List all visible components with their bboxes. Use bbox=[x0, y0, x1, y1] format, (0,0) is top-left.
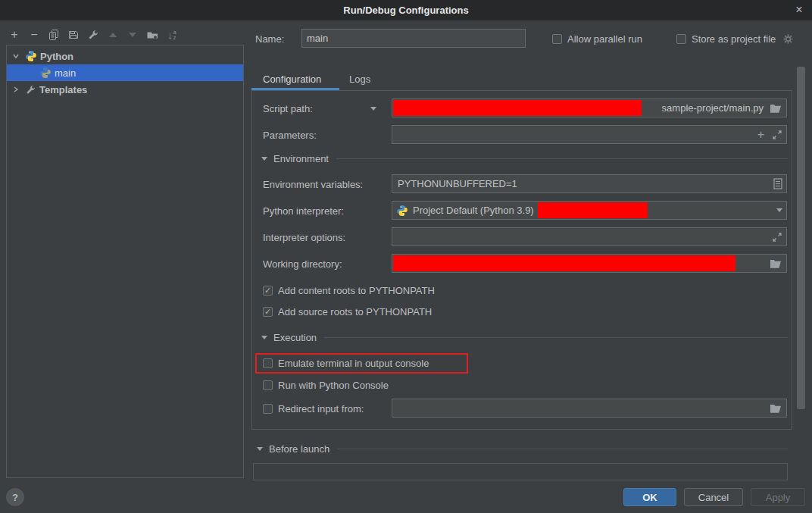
tree-item-main[interactable]: main bbox=[7, 64, 243, 81]
create-folder-button[interactable] bbox=[145, 28, 159, 42]
add-content-roots-label: Add content roots to PYTHONPATH bbox=[278, 285, 435, 296]
name-input[interactable] bbox=[301, 29, 526, 48]
help-icon: ? bbox=[12, 492, 18, 503]
store-as-project-file-label: Store as project file bbox=[692, 33, 776, 45]
script-path-value: sample-project/main.py bbox=[662, 102, 770, 114]
environment-variables-field[interactable]: PYTHONUNBUFFERED=1 bbox=[392, 174, 787, 193]
gear-icon[interactable] bbox=[782, 33, 794, 45]
add-configuration-button[interactable]: + bbox=[8, 28, 21, 42]
store-as-project-file-row: Store as project file bbox=[676, 32, 794, 45]
emulate-terminal-checkbox[interactable] bbox=[263, 358, 273, 368]
add-source-roots-label: Add source roots to PYTHONPATH bbox=[278, 306, 432, 317]
python-icon bbox=[25, 50, 37, 62]
add-content-roots-checkbox[interactable]: ✓ bbox=[263, 286, 273, 296]
run-python-console-row: Run with Python Console bbox=[263, 378, 389, 392]
python-icon bbox=[39, 67, 52, 79]
folder-icon[interactable] bbox=[770, 403, 782, 414]
check-icon: ✓ bbox=[264, 308, 271, 316]
move-down-button[interactable] bbox=[126, 28, 139, 42]
section-divider bbox=[324, 337, 788, 338]
working-directory-label: Working directory: bbox=[263, 258, 342, 270]
allow-parallel-run-row: Allow parallel run bbox=[552, 32, 642, 45]
redaction-block bbox=[393, 100, 642, 116]
tree-item-label: main bbox=[55, 67, 76, 79]
before-launch-section-header[interactable]: Before launch bbox=[257, 443, 788, 455]
add-icon[interactable]: + bbox=[757, 128, 764, 142]
redirect-input-checkbox[interactable] bbox=[263, 404, 273, 414]
tree-item-label: Python bbox=[40, 51, 73, 62]
close-icon[interactable]: × bbox=[791, 2, 807, 17]
wrench-icon bbox=[25, 84, 36, 95]
tree-item-label: Templates bbox=[39, 84, 87, 95]
chevron-down-icon[interactable] bbox=[11, 52, 20, 61]
redirect-input-label: Redirect input from: bbox=[278, 403, 364, 414]
new-folder-icon bbox=[146, 29, 159, 41]
name-label: Name: bbox=[255, 33, 284, 45]
before-launch-list[interactable] bbox=[253, 463, 788, 480]
save-icon bbox=[67, 29, 80, 41]
wrench-icon bbox=[87, 29, 99, 41]
interpreter-options-field[interactable] bbox=[392, 227, 787, 246]
emulate-terminal-label: Emulate terminal in output console bbox=[278, 358, 429, 369]
save-configuration-button[interactable] bbox=[67, 28, 80, 42]
copy-configuration-button[interactable] bbox=[47, 28, 61, 42]
run-python-console-checkbox[interactable] bbox=[263, 380, 273, 390]
environment-variables-label: Environment variables: bbox=[263, 179, 363, 190]
chevron-right-icon[interactable] bbox=[11, 85, 20, 94]
add-content-roots-row: ✓ Add content roots to PYTHONPATH bbox=[263, 283, 435, 297]
execution-section-header[interactable]: Execution bbox=[261, 331, 788, 343]
configurations-tree: Python main Templates bbox=[6, 45, 244, 478]
collapse-triangle-icon bbox=[257, 447, 263, 451]
env-list-icon[interactable] bbox=[773, 178, 782, 189]
folder-icon[interactable] bbox=[770, 258, 782, 269]
environment-section-label: Environment bbox=[273, 153, 329, 164]
script-path-field[interactable]: sample-project/main.py bbox=[392, 99, 787, 117]
apply-button[interactable]: Apply bbox=[751, 488, 805, 506]
redaction-block bbox=[538, 202, 648, 218]
emulate-terminal-row: Emulate terminal in output console bbox=[263, 356, 429, 370]
tab-configuration[interactable]: Configuration bbox=[263, 74, 321, 85]
folder-icon[interactable] bbox=[770, 103, 782, 114]
tab-logs[interactable]: Logs bbox=[349, 74, 370, 85]
chevron-down-icon[interactable] bbox=[776, 208, 782, 212]
arrow-down-icon bbox=[129, 33, 136, 37]
tree-item-templates[interactable]: Templates bbox=[7, 81, 243, 98]
working-directory-field[interactable] bbox=[392, 254, 787, 273]
section-divider bbox=[336, 158, 788, 159]
edit-templates-button[interactable] bbox=[86, 28, 100, 42]
remove-configuration-button[interactable]: − bbox=[27, 28, 41, 42]
sort-configurations-button[interactable]: ↓ az bbox=[165, 28, 179, 42]
add-source-roots-row: ✓ Add source roots to PYTHONPATH bbox=[263, 305, 432, 318]
store-as-project-file-checkbox[interactable] bbox=[676, 34, 686, 44]
help-button[interactable]: ? bbox=[6, 488, 24, 506]
environment-variables-value: PYTHONUNBUFFERED=1 bbox=[396, 178, 517, 189]
dialog-titlebar: Run/Debug Configurations × bbox=[0, 0, 812, 20]
collapse-triangle-icon bbox=[261, 336, 267, 339]
parameters-field[interactable]: + bbox=[392, 125, 787, 144]
vertical-scrollbar[interactable] bbox=[797, 67, 805, 409]
copy-icon bbox=[48, 29, 60, 41]
python-interpreter-label: Python interpreter: bbox=[263, 205, 344, 217]
allow-parallel-run-checkbox[interactable] bbox=[552, 34, 562, 44]
collapse-triangle-icon bbox=[261, 157, 267, 161]
interpreter-options-label: Interpreter options: bbox=[263, 232, 345, 243]
environment-section-header[interactable]: Environment bbox=[261, 152, 788, 164]
dialog-title: Run/Debug Configurations bbox=[343, 5, 468, 16]
tree-item-python[interactable]: Python bbox=[7, 48, 243, 64]
script-path-dropdown-icon[interactable] bbox=[370, 107, 376, 111]
sort-arrow-icon: ↓ bbox=[167, 30, 173, 40]
before-launch-label: Before launch bbox=[269, 443, 329, 455]
expand-icon[interactable] bbox=[772, 232, 782, 242]
add-source-roots-checkbox[interactable]: ✓ bbox=[263, 307, 273, 317]
configurations-toolbar: + − bbox=[8, 27, 179, 42]
move-up-button[interactable] bbox=[106, 28, 120, 42]
expand-icon[interactable] bbox=[772, 130, 782, 140]
allow-parallel-run-label: Allow parallel run bbox=[567, 33, 642, 45]
cancel-button[interactable]: Cancel bbox=[684, 488, 743, 506]
redirect-input-field[interactable] bbox=[392, 399, 787, 418]
python-interpreter-select[interactable]: Project Default (Python 3.9) bbox=[392, 201, 787, 220]
redirect-input-row: Redirect input from: bbox=[263, 402, 364, 415]
ok-button[interactable]: OK bbox=[623, 488, 676, 506]
plus-icon: + bbox=[11, 29, 17, 41]
run-debug-configurations-dialog: Run/Debug Configurations × + − bbox=[0, 0, 812, 513]
